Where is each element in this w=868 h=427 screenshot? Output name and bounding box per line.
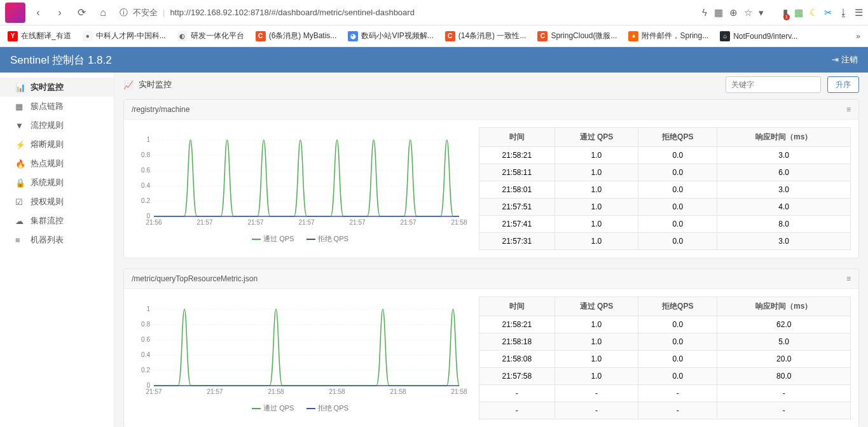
bookmark-label: (14条消息) 一致性...	[458, 31, 527, 41]
dropdown-icon[interactable]: ▾	[759, 7, 764, 18]
table-row: 21:58:211.00.062.0	[479, 316, 851, 333]
panel-menu-icon[interactable]: ≡	[846, 274, 851, 283]
bookmark-label: 在线翻译_有道	[21, 31, 71, 41]
sort-button[interactable]: 升序	[827, 76, 859, 93]
qr-icon[interactable]: ▦	[714, 7, 723, 18]
sidebar-item[interactable]: 📊实时监控	[0, 78, 114, 97]
bookmark-label: (6条消息) MyBatis...	[269, 31, 337, 41]
logout-button[interactable]: ⇥ 注销	[832, 54, 858, 66]
bookmark-item[interactable]: C(6条消息) MyBatis...	[256, 31, 337, 41]
star-icon[interactable]: ☆	[744, 7, 752, 18]
sidebar-item[interactable]: ▼流控规则	[0, 116, 114, 135]
svg-text:21:58: 21:58	[329, 388, 345, 395]
bookmark-icon: ◐	[177, 31, 188, 41]
sidebar-item[interactable]: 🔥热点规则	[0, 154, 114, 173]
sidebar-item[interactable]: ▦簇点链路	[0, 97, 114, 116]
bookmark-icon: ◕	[348, 31, 358, 41]
info-icon: ⓘ	[120, 7, 128, 18]
sidebar-item-icon: ☁	[15, 216, 24, 226]
svg-text:21:58: 21:58	[451, 219, 467, 226]
extension-icon-2[interactable]: ▦	[794, 7, 803, 18]
download-icon[interactable]: ⭳	[839, 7, 848, 18]
moon-icon[interactable]: ☾	[809, 7, 818, 18]
bookmark-item[interactable]: ♦附件邮件，Spring...	[628, 31, 708, 41]
bookmark-icon: ⌂	[720, 31, 730, 41]
security-status: 不安全	[133, 7, 158, 18]
address-bar[interactable]: ⓘ 不安全 | http://192.168.92.102:8718/#/das…	[116, 7, 698, 18]
bookmark-item[interactable]: CSpringCloud(微服...	[537, 31, 617, 41]
keyword-input[interactable]	[726, 76, 821, 93]
svg-text:21:57: 21:57	[298, 219, 314, 226]
svg-text:1: 1	[146, 305, 150, 312]
table-row: 21:58:111.00.06.0	[479, 164, 851, 181]
panel-title: /registry/machine	[132, 105, 189, 114]
sidebar-item-label: 流控规则	[31, 120, 64, 131]
scissors-icon[interactable]: ✂	[824, 7, 832, 18]
bookmark-icon: ●	[83, 31, 93, 41]
page-title: 实时监控	[139, 79, 172, 90]
sidebar-item-label: 熔断规则	[31, 139, 64, 150]
table-row: 21:58:211.00.03.0	[479, 147, 851, 164]
bookmark-overflow[interactable]: »	[856, 32, 860, 41]
profile-avatar[interactable]	[5, 3, 25, 23]
table-row: ----	[479, 402, 851, 419]
content-header: 📈 实时监控 升序	[123, 73, 859, 99]
panel-menu-icon[interactable]: ≡	[846, 105, 851, 114]
bookmark-item[interactable]: ◐研发一体化平台	[177, 31, 244, 41]
sidebar-item[interactable]: ☑授权规则	[0, 192, 114, 211]
bookmark-label: SpringCloud(微服...	[551, 31, 617, 41]
bookmark-label: 附件邮件，Spring...	[642, 31, 708, 41]
sidebar-item[interactable]: 🔒系统规则	[0, 173, 114, 192]
chart: 00.20.40.60.8121:5621:5721:5721:5721:572…	[132, 127, 469, 250]
bookmark-item[interactable]: C(14条消息) 一致性...	[445, 31, 527, 41]
svg-text:21:57: 21:57	[247, 219, 263, 226]
table-row: 21:57:311.00.03.0	[479, 233, 851, 250]
table-row: 21:58:081.00.020.0	[479, 351, 851, 368]
svg-text:0.6: 0.6	[141, 336, 150, 343]
sidebar-item-label: 系统规则	[31, 177, 64, 188]
sidebar-item-icon: 🔒	[15, 178, 24, 188]
extension-icon-1[interactable]: ▮	[783, 7, 788, 18]
svg-text:21:57: 21:57	[146, 388, 162, 395]
sidebar-item[interactable]: ≡机器列表	[0, 230, 114, 249]
reload-button[interactable]: ⟳	[72, 4, 90, 22]
svg-text:21:58: 21:58	[268, 388, 284, 395]
sidebar-item-icon: ⚡	[15, 140, 24, 150]
sidebar-item[interactable]: ☁集群流控	[0, 211, 114, 230]
sidebar-item-icon: 📊	[15, 83, 24, 92]
back-button[interactable]: ‹	[29, 4, 47, 22]
app-title: Sentinel 控制台 1.8.2	[10, 53, 112, 67]
svg-text:21:58: 21:58	[451, 388, 467, 395]
sidebar-item[interactable]: ⚡熔断规则	[0, 135, 114, 154]
bookmark-item[interactable]: ◕数码小站VIP视频解...	[348, 31, 433, 41]
svg-text:1: 1	[146, 136, 150, 143]
browser-chrome: ‹ › ⟳ ⌂ ⓘ 不安全 | http://192.168.92.102:87…	[0, 0, 868, 25]
svg-text:21:56: 21:56	[146, 219, 162, 226]
menu-icon[interactable]: ☰	[855, 7, 863, 18]
metrics-table: 时间通过 QPS拒绝QPS响应时间（ms） 21:58:211.00.062.0…	[479, 297, 851, 419]
flash-icon[interactable]: ϟ	[701, 7, 708, 18]
home-button[interactable]: ⌂	[94, 4, 112, 22]
table-row: 21:57:581.00.080.0	[479, 368, 851, 385]
bookmark-item[interactable]: ●中科人才网-中国科...	[83, 31, 166, 41]
sidebar-item-label: 实时监控	[31, 81, 64, 93]
bookmark-label: 中科人才网-中国科...	[96, 31, 166, 41]
metric-panel: /registry/machine ≡ 00.20.40.60.8121:562…	[123, 99, 859, 258]
sidebar-item-icon: ☑	[15, 197, 24, 207]
forward-button[interactable]: ›	[51, 4, 69, 22]
bookmark-label: 研发一体化平台	[191, 31, 244, 41]
bookmark-label: NotFound9/interv...	[733, 32, 797, 41]
sidebar-item-label: 授权规则	[31, 196, 64, 207]
svg-text:21:57: 21:57	[207, 388, 223, 395]
bookmark-item[interactable]: Y在线翻译_有道	[8, 31, 71, 41]
panel-header: /metric/queryTopResourceMetric.json ≡	[124, 269, 858, 289]
zoom-icon[interactable]: ⊕	[729, 7, 738, 18]
svg-text:0.8: 0.8	[141, 151, 150, 158]
sidebar: 📊实时监控▦簇点链路▼流控规则⚡熔断规则🔥热点规则🔒系统规则☑授权规则☁集群流控…	[0, 73, 114, 427]
chart-legend: 通过 QPS 拒绝 QPS	[132, 234, 469, 244]
table-row: 21:58:011.00.03.0	[479, 181, 851, 199]
content-area: 📈 实时监控 升序 /registry/machine ≡ 00.20.40.6…	[114, 73, 868, 427]
sidebar-item-label: 机器列表	[31, 234, 64, 246]
app-header: Sentinel 控制台 1.8.2 ⇥ 注销	[0, 47, 868, 73]
bookmark-item[interactable]: ⌂NotFound9/interv...	[720, 31, 797, 41]
